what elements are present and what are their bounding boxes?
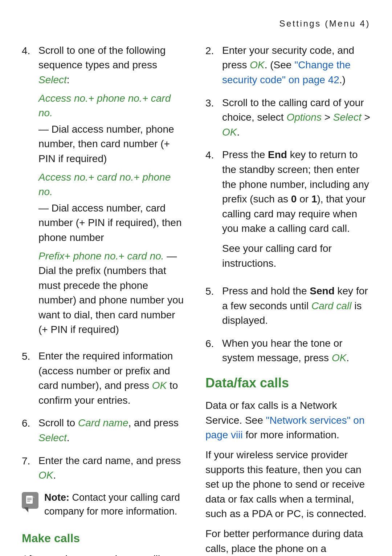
item6-text: When you hear the tone or system message… xyxy=(222,338,349,364)
select-italic: Select xyxy=(38,74,67,85)
left-column: 4. Scroll to one of the following sequen… xyxy=(22,43,187,556)
list-item: 2. Enter your security code, and press O… xyxy=(205,43,370,88)
right-numbered-list: 2. Enter your security code, and press O… xyxy=(205,43,370,366)
item7-text: Enter the card name, and press OK. xyxy=(38,455,181,481)
list-content: Enter your security code, and press OK. … xyxy=(222,43,370,88)
sub-item-1: Access no.+ phone no.+ card no. — Dial a… xyxy=(38,91,187,166)
item4-text: Press the End key to return to the stand… xyxy=(222,149,369,234)
svg-rect-2 xyxy=(27,499,32,500)
zero-bold: 0 xyxy=(291,193,297,205)
page-header: Settings (Menu 4) xyxy=(22,17,370,30)
list-content: Scroll to Card name, and press Select. xyxy=(38,416,187,445)
item4-text: Scroll to one of the following sequence … xyxy=(38,45,166,85)
svg-marker-4 xyxy=(33,496,35,498)
one-bold: 1 xyxy=(311,193,317,205)
sub-item-2-body: — Dial access number, card number (+ PIN… xyxy=(38,201,187,245)
security-code-link[interactable]: "Change the security code" on page 42 xyxy=(222,59,351,85)
list-item: 6. When you hear the tone or system mess… xyxy=(205,336,370,366)
list-content: When you hear the tone or system message… xyxy=(222,336,370,366)
list-content: Enter the required information (access n… xyxy=(38,349,187,408)
svg-rect-3 xyxy=(27,501,30,501)
select-italic: Select xyxy=(38,432,67,443)
network-services-link[interactable]: "Network services" on page viii xyxy=(205,415,365,441)
send-bold: Send xyxy=(310,285,334,297)
note-symbol-icon xyxy=(25,495,36,506)
card-call-italic: Card call xyxy=(311,300,351,311)
end-bold: End xyxy=(268,149,287,160)
item3-text: Scroll to the calling card of your choic… xyxy=(222,97,370,138)
data-fax-para1: Data or fax calls is a Network Service. … xyxy=(205,398,370,443)
list-number: 4. xyxy=(205,148,218,163)
list-item: 7. Enter the card name, and press OK. xyxy=(22,454,187,483)
list-content: Scroll to the calling card of your choic… xyxy=(222,96,370,140)
list-number: 5. xyxy=(22,349,34,364)
ok-italic: OK xyxy=(38,470,53,481)
make-calls-intro: After you have saved your calling card i… xyxy=(22,552,187,556)
sub-item-3-body: — Dial the prefix (numbers that must pre… xyxy=(38,250,184,335)
list-item: 4. Scroll to one of the following sequen… xyxy=(22,43,187,341)
data-fax-heading: Data/fax calls xyxy=(205,374,370,392)
item5-text: Enter the required information (access n… xyxy=(38,350,178,406)
sub-item-3-heading: Prefix+ phone no.+ card no. xyxy=(38,250,164,262)
item6-text: Scroll to Card name, and press Select. xyxy=(38,417,179,443)
make-calls-heading: Make calls xyxy=(22,530,187,547)
sub-item-2: Access no.+ card no.+ phone no. — Dial a… xyxy=(38,170,187,245)
list-item: 4. Press the End key to return to the st… xyxy=(205,148,370,276)
list-number: 4. xyxy=(22,43,34,59)
svg-rect-1 xyxy=(27,498,32,499)
item4-note: See your calling card for instructions. xyxy=(222,241,370,271)
list-content: Press the End key to return to the stand… xyxy=(222,148,370,276)
list-item: 5. Press and hold the Send key for a few… xyxy=(205,284,370,328)
list-number: 6. xyxy=(22,416,34,431)
list-item: 6. Scroll to Card name, and press Select… xyxy=(22,416,187,445)
list-number: 5. xyxy=(205,284,218,299)
list-content: Press and hold the Send key for a few se… xyxy=(222,284,370,328)
item2-text: Enter your security code, and press OK. … xyxy=(222,45,354,85)
list-number: 3. xyxy=(205,96,218,111)
ok-italic: OK xyxy=(222,126,237,138)
list-content: Enter the card name, and press OK. xyxy=(38,454,187,483)
right-column: 2. Enter your security code, and press O… xyxy=(205,43,370,556)
data-fax-para2: If your wireless service provider suppor… xyxy=(205,448,370,521)
list-item: 3. Scroll to the calling card of your ch… xyxy=(205,96,370,140)
sub-item-3: Prefix+ phone no.+ card no. — Dial the p… xyxy=(38,249,187,338)
header-text: Settings (Menu 4) xyxy=(279,19,370,28)
select-italic: Select xyxy=(333,112,362,123)
page: Settings (Menu 4) 4. Scroll to one of th… xyxy=(0,0,392,556)
note-box: Note: Contact your calling card company … xyxy=(22,491,187,519)
note-label: Note: xyxy=(44,492,69,503)
list-content: Scroll to one of the following sequence … xyxy=(38,43,187,341)
card-name-italic: Card name xyxy=(78,417,128,428)
sub-item-1-heading: Access no.+ phone no.+ card no. xyxy=(38,91,187,121)
list-number: 6. xyxy=(205,336,218,351)
list-item: 5. Enter the required information (acces… xyxy=(22,349,187,408)
options-italic: Options xyxy=(286,112,322,123)
ok-italic: OK xyxy=(152,380,167,391)
list-number: 2. xyxy=(205,43,218,59)
two-column-layout: 4. Scroll to one of the following sequen… xyxy=(22,43,370,556)
ok-italic: OK xyxy=(250,59,264,70)
item5-text: Press and hold the Send key for a few se… xyxy=(222,285,368,326)
ok-italic: OK xyxy=(332,352,346,363)
list-number: 7. xyxy=(22,454,34,469)
left-numbered-list: 4. Scroll to one of the following sequen… xyxy=(22,43,187,483)
sub-item-2-heading: Access no.+ card no.+ phone no. xyxy=(38,170,187,200)
note-icon xyxy=(22,492,38,509)
data-fax-para3: For better performance during data calls… xyxy=(205,527,370,556)
sub-item-1-body: — Dial access number, phone number, then… xyxy=(38,122,187,166)
note-content: Note: Contact your calling card company … xyxy=(44,491,187,519)
